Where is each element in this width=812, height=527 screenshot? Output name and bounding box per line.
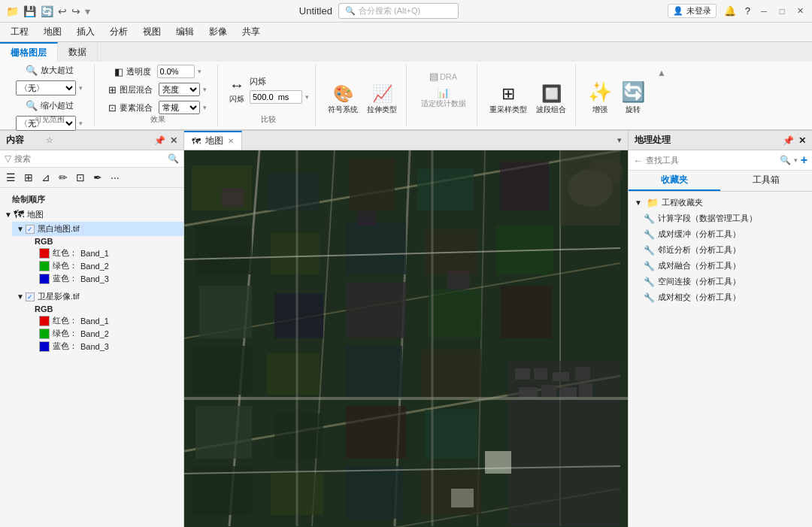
svg-rect-40 (274, 413, 323, 459)
flash-input[interactable] (250, 90, 302, 104)
tab-data[interactable]: 数据 (58, 42, 98, 62)
menu-insert[interactable]: 插入 (69, 23, 102, 41)
filter2-icon[interactable]: ⊿ (38, 170, 53, 185)
geo-tree: ▼ 📁 工程收藏夹 🔧 计算字段（数据管理工具） 🔧 成对缓冲（分析工具） 🔧 … (629, 192, 812, 527)
global-search-box[interactable]: 🔍 合分搜索 (Alt+Q) (338, 3, 459, 19)
geo-project-favorites[interactable]: ▼ 📁 工程收藏夹 (629, 195, 812, 210)
layer-bw-map[interactable]: ▼ ✓ 黑白地图.tif (12, 222, 183, 236)
map-tab-close[interactable]: ✕ (228, 137, 234, 145)
svg-rect-18 (346, 222, 406, 274)
feature-blend-select[interactable]: 常规 (159, 101, 200, 114)
swipe-btn[interactable]: ↔ 闪烁 (227, 76, 247, 105)
menu-map[interactable]: 地图 (36, 23, 69, 41)
menu-imagery[interactable]: 影像 (201, 23, 235, 41)
more-icon[interactable]: ▾ (85, 5, 90, 17)
geo-toggle-project[interactable]: ▼ (635, 198, 644, 207)
save-icon[interactable]: 💾 (23, 5, 36, 17)
grid-icon[interactable]: ⊡ (73, 170, 88, 185)
refresh-icon[interactable]: 🔄 (41, 5, 53, 17)
geo-pin-icon[interactable]: 📌 (783, 135, 794, 146)
geo-near-analysis[interactable]: 🔧 邻近分析（分析工具） (638, 242, 812, 258)
app-title: Untitled (299, 5, 332, 17)
geo-title: 地理处理 (635, 134, 671, 147)
bw-band3: 蓝色： Band_3 (39, 272, 183, 285)
pin-icon[interactable]: 📌 (154, 135, 165, 146)
menu-share[interactable]: 共享 (235, 23, 268, 41)
geo-close-icon[interactable]: ✕ (798, 135, 806, 146)
map-tab[interactable]: 🗺 地图 ✕ (184, 131, 242, 150)
help-icon[interactable]: ? (745, 5, 750, 17)
geo-pair-dissolve[interactable]: 🔧 成对融合（分析工具） (638, 258, 812, 274)
map-container[interactable] (184, 150, 628, 527)
notification-icon[interactable]: 🔔 (724, 5, 736, 17)
symbol-system-btn[interactable]: 🎨 符号系统 (325, 83, 361, 116)
table-view-icon[interactable]: ⊞ (21, 170, 36, 185)
map-tab-dropdown[interactable]: ▾ (611, 135, 628, 145)
geo-tab-favorites[interactable]: 收藏夹 (629, 171, 720, 191)
menu-project[interactable]: 工程 (3, 23, 36, 41)
ribbon-collapse[interactable]: ▲ (657, 65, 666, 126)
geo-spatial-join[interactable]: 🔧 空间连接（分析工具） (638, 274, 812, 289)
geo-search-input[interactable] (646, 156, 777, 165)
geo-back-icon[interactable]: ← (633, 155, 643, 166)
map-canvas[interactable] (184, 150, 628, 527)
geo-tab-toolbox[interactable]: 工具箱 (720, 171, 812, 191)
undo-icon[interactable]: ↩ (58, 5, 67, 17)
layer-satellite[interactable]: ▼ ✓ 卫星影像.tif (12, 289, 183, 304)
panel-close-icon[interactable]: ✕ (170, 135, 177, 146)
edit-icon[interactable]: ✏ (56, 170, 71, 185)
draw-icon[interactable]: ✒ (90, 170, 105, 185)
checkbox-bw[interactable]: ✓ (26, 225, 35, 234)
redo-icon[interactable]: ↪ (71, 5, 80, 17)
band-combo-btn[interactable]: 🔲 波段组合 (533, 83, 569, 116)
flash-value-row[interactable]: ▾ (250, 90, 309, 104)
extra-icon[interactable]: ☆ (46, 135, 53, 145)
geo-pair-buffer[interactable]: 🔧 成对缓冲（分析工具） (638, 226, 812, 242)
user-login-area[interactable]: 👤 未登录 (668, 4, 717, 18)
app-toolbar-icons: 📁 💾 🔄 ↩ ↪ ▾ (6, 5, 90, 17)
tree-toggle-map[interactable]: ▼ (5, 210, 14, 219)
close-button[interactable]: ✕ (794, 5, 806, 17)
geo-search-icon[interactable]: 🔍 (780, 155, 791, 165)
sat-band2-color (39, 329, 50, 339)
bw-band2: 绿色： Band_2 (39, 259, 183, 272)
menu-view[interactable]: 视图 (135, 23, 168, 41)
transparency-input[interactable] (157, 65, 195, 78)
toggle-bw[interactable]: ▼ (17, 225, 26, 233)
dra-label: DRA (440, 72, 457, 81)
geo-pair-intersect[interactable]: 🔧 成对相交（分析工具） (638, 289, 812, 305)
tab-raster-layer[interactable]: 栅格图层 (0, 42, 58, 62)
zoom-in-select-row[interactable]: 〈无〉 ▾ (16, 80, 83, 95)
menu-analysis[interactable]: 分析 (102, 23, 135, 41)
geo-calc-field[interactable]: 🔧 计算字段（数据管理工具） (638, 210, 812, 226)
toggle-sat[interactable]: ▼ (17, 292, 26, 301)
stretch-type-btn[interactable]: 📈 拉伸类型 (364, 83, 400, 116)
svg-rect-17 (271, 233, 320, 274)
menu-edit[interactable]: 编辑 (168, 23, 201, 41)
zoom-in-select[interactable]: 〈无〉 (16, 80, 76, 95)
zoom-in-label: 放大超过 (41, 65, 74, 76)
rotate-btn[interactable]: 🔄 旋转 (618, 79, 648, 116)
list-view-icon[interactable]: ☰ (3, 170, 19, 185)
tree-map-root[interactable]: ▼ 🗺 地图 (0, 207, 183, 222)
folder-icon[interactable]: 📁 (6, 5, 19, 17)
search-icon[interactable]: 🔍 (168, 153, 179, 164)
checkbox-sat[interactable]: ✓ (26, 292, 35, 301)
resample-btn[interactable]: ⊞ 重采样类型 (486, 83, 530, 116)
geo-join-label: 空间连接（分析工具） (658, 276, 741, 287)
maximize-button[interactable]: □ (776, 5, 788, 17)
effects-label: 效果 (98, 114, 217, 125)
enhance-btn[interactable]: ✨ 增强 (585, 79, 615, 116)
symbol-icon: 🎨 (333, 84, 353, 104)
geo-add-icon[interactable]: + (801, 153, 807, 167)
layer-blend-select[interactable]: 亮度 (159, 83, 200, 96)
bw-band3-band: Band_3 (80, 274, 109, 283)
minimize-button[interactable]: ─ (758, 5, 770, 17)
stats-btn[interactable]: 📊 适定统计数据 (419, 86, 468, 110)
svg-point-54 (586, 158, 624, 188)
geo-search-arrow[interactable]: ▾ (794, 156, 798, 164)
more-tools-icon[interactable]: ··· (108, 170, 123, 185)
geo-search[interactable]: ← 🔍 ▾ + (629, 150, 812, 171)
ribbon-group-symbology: 🎨 符号系统 📈 拉伸类型 (319, 65, 407, 126)
search-icon: 🔍 (345, 6, 356, 16)
